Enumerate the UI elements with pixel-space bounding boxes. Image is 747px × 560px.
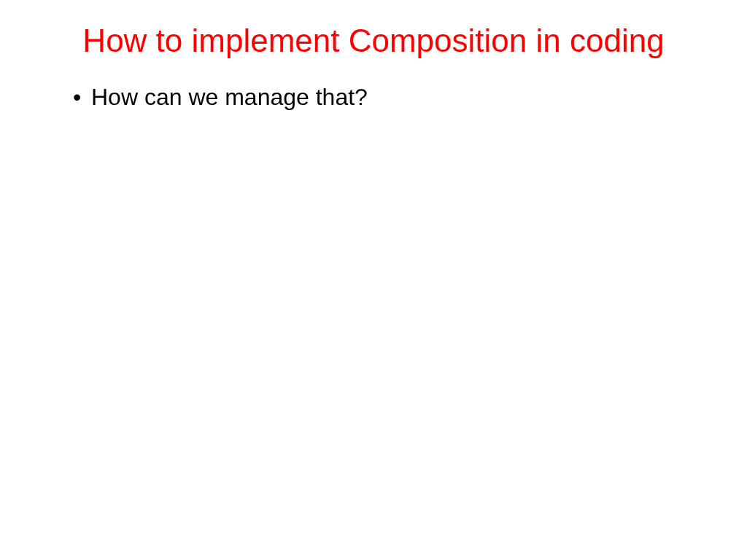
bullet-item: How can we manage that? — [73, 82, 696, 113]
slide-container: How to implement Composition in coding H… — [0, 0, 747, 560]
slide-content: How can we manage that? — [51, 82, 696, 113]
slide-title: How to implement Composition in coding — [51, 22, 696, 61]
